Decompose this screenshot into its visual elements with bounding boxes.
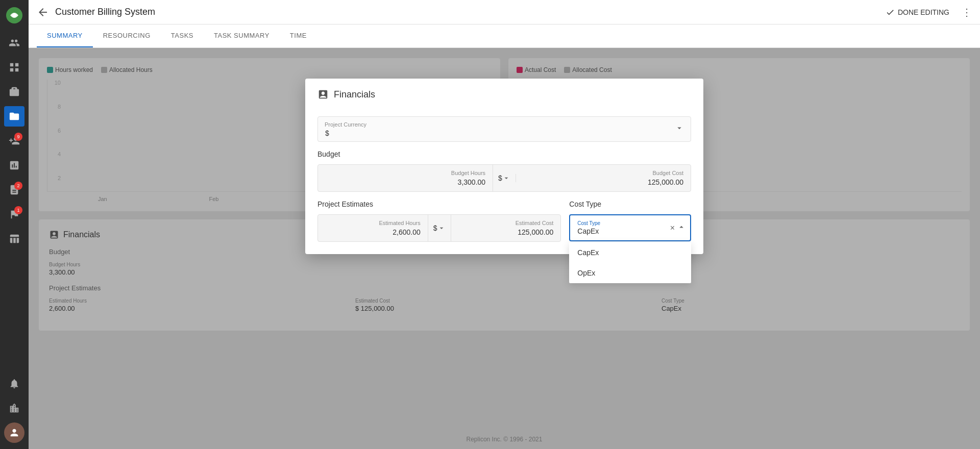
done-editing-label: DONE EDITING [898,8,949,16]
estimated-currency-symbol: $ [433,224,437,232]
app-logo[interactable] [5,6,23,24]
sidebar-item-building[interactable] [4,398,24,418]
cost-type-field[interactable]: Cost Type CapEx × [569,214,691,241]
cost-type-section-title: Cost Type [569,200,691,208]
sidebar-item-briefcase[interactable] [4,82,24,102]
budget-hours-field: Budget Hours 3,300.00 [318,165,493,191]
tab-resourcing[interactable]: RESOURCING [93,24,161,47]
cost-type-clear-button[interactable]: × [670,223,675,233]
budget-row: Budget Hours 3,300.00 $ Budget Cost [317,164,691,192]
project-estimates-section: Project Estimates Estimated Hours 2,600.… [317,200,561,242]
sidebar-item-avatar[interactable] [4,422,24,443]
budget-hours-label: Budget Hours [451,170,485,176]
sidebar-item-table[interactable] [4,229,24,249]
cost-type-dropdown: CapEx OpEx [569,242,691,283]
tab-task-summary[interactable]: TASK SUMMARY [204,24,280,47]
flag-badge: 1 [14,206,22,214]
tab-time[interactable]: TIME [280,24,317,47]
cost-type-section: Cost Type Cost Type CapEx × [569,200,691,241]
estimates-row: Estimated Hours 2,600.00 $ [317,214,561,242]
tab-bar: SUMMARY RESOURCING TASKS TASK SUMMARY TI… [29,24,980,48]
person-add-badge: 9 [14,133,22,141]
financials-modal: Financials Project Currency $ [305,79,703,254]
project-currency-field: Project Currency $ [317,116,691,142]
sidebar-item-report[interactable]: 2 [4,180,24,200]
estimated-currency-selector[interactable]: $ [428,215,451,241]
budget-cost-field: Budget Cost 125,000.00 [516,165,691,191]
estimated-cost-label: Estimated Cost [516,220,554,226]
page-title: Customer Billing System [55,7,155,17]
budget-section-title: Budget [317,150,691,158]
estimated-cost-value: 125,000.00 [518,228,553,236]
modal-body: Project Currency $ Budget [305,108,703,254]
sidebar: 9 2 1 [0,0,29,449]
modal-overlay[interactable]: Financials Project Currency $ [29,48,980,449]
sidebar-item-bell[interactable] [4,373,24,394]
cost-type-option-capex[interactable]: CapEx [569,242,691,263]
svg-point-1 [12,13,16,17]
topbar: Customer Billing System DONE EDITING ⋮ [29,0,980,24]
sidebar-item-person-add[interactable]: 9 [4,131,24,151]
project-currency-select[interactable]: $ [317,116,691,142]
modal-title: Financials [334,89,375,100]
content-area: Hours worked Allocated Hours 108642 [29,48,980,449]
budget-currency-selector[interactable]: $ [493,174,516,182]
sidebar-item-chart[interactable] [4,155,24,176]
report-badge: 2 [14,182,22,190]
estimated-cost-field: Estimated Cost 125,000.00 [451,215,561,241]
project-estimates-title: Project Estimates [317,200,561,208]
cost-type-option-opex[interactable]: OpEx [569,263,691,283]
cost-type-label: Cost Type [577,220,670,226]
budget-currency-symbol: $ [498,174,502,182]
cost-type-icons: × [670,222,686,234]
cost-type-toggle-button[interactable] [677,222,686,234]
sidebar-item-flag[interactable]: 1 [4,204,24,224]
budget-cost-label: Budget Cost [652,170,683,176]
tab-tasks[interactable]: TASKS [161,24,204,47]
project-currency-value: $ [325,129,329,137]
tab-summary[interactable]: SUMMARY [37,24,93,47]
sidebar-item-people[interactable] [4,33,24,53]
back-button[interactable] [37,6,49,18]
estimated-hours-value: 2,600.00 [393,228,421,236]
main-area: Customer Billing System DONE EDITING ⋮ S… [29,0,980,449]
sidebar-item-grid[interactable] [4,57,24,78]
budget-cost-value: 125,000.00 [648,178,683,186]
modal-header: Financials [305,79,703,108]
estimated-hours-label: Estimated Hours [379,220,420,226]
budget-hours-value: 3,300.00 [458,178,486,186]
estimated-hours-field: Estimated Hours 2,600.00 [318,215,428,241]
sidebar-item-folder[interactable] [4,106,24,127]
done-editing-button[interactable]: DONE EDITING [886,8,949,17]
cost-type-value: CapEx [577,227,670,235]
more-button[interactable]: ⋮ [962,6,972,18]
cost-type-wrapper: Cost Type CapEx × [569,214,691,241]
estimates-cost-row: Project Estimates Estimated Hours 2,600.… [317,200,691,242]
